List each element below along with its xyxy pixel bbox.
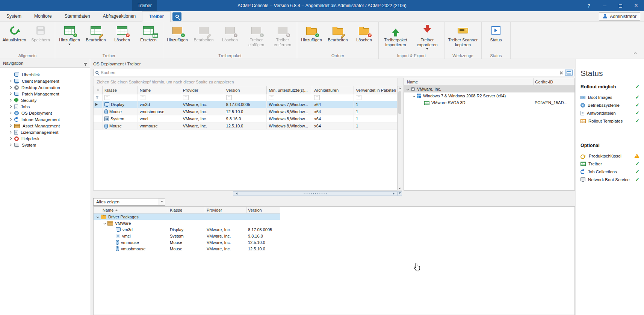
minimize-button[interactable] xyxy=(597,0,612,11)
tab-system[interactable]: System xyxy=(0,11,28,22)
expand-icon[interactable] xyxy=(9,131,12,133)
column-chooser-button[interactable] xyxy=(565,70,573,76)
treiber-exportieren-button[interactable]: Treiber exportieren xyxy=(411,23,443,51)
pinned-document-tab[interactable]: Treiber xyxy=(132,0,157,11)
close-button[interactable]: × xyxy=(628,0,644,11)
maximize-button[interactable] xyxy=(612,0,628,11)
combo-dropdown-button[interactable] xyxy=(159,198,165,205)
scroll-left-icon[interactable] xyxy=(235,192,237,195)
column-header-geraete-id[interactable]: Geräte-ID xyxy=(533,78,574,85)
administrator-button[interactable]: Administrator xyxy=(599,12,640,21)
expand-icon[interactable] xyxy=(9,86,12,89)
expand-icon[interactable] xyxy=(9,92,12,95)
treiberpaket-hinzufuegen-button[interactable]: Hinzufügen xyxy=(164,23,190,42)
scroll-right-icon[interactable] xyxy=(393,192,396,195)
tree-row-vm3d[interactable]: vm3d Display VMware, Inc. 8.17.03.0005 xyxy=(94,226,574,233)
help-button[interactable]: ? xyxy=(581,0,597,11)
collapse-icon[interactable] xyxy=(97,215,99,218)
column-header-name[interactable]: Name xyxy=(94,207,168,214)
filter-operator[interactable]: = xyxy=(314,95,320,100)
column-header-klasse[interactable]: Klasse xyxy=(103,86,138,94)
tree-row-vmware-inc[interactable]: VMware, Inc. xyxy=(404,86,574,92)
tree-row-windows-7[interactable]: Windows 7 & Windows 2008 R2 Server (x64) xyxy=(404,92,574,99)
column-header-version[interactable]: Version xyxy=(246,207,280,214)
filter-operator[interactable]: = xyxy=(356,95,361,100)
sidebar-item-patch-management[interactable]: Patch Management xyxy=(0,91,90,97)
treiber-bearbeiten-button[interactable]: Bearbeiten xyxy=(83,23,109,42)
column-header-provider[interactable]: Provider xyxy=(205,207,246,214)
tree-row-vmci[interactable]: vmci System VMware, Inc. 9.8.16.0 xyxy=(94,233,574,239)
tree-row-vmmouse[interactable]: vmmouse Mouse VMware, Inc. 12.5.10.0 xyxy=(94,239,574,245)
sidebar-item-os-deployment[interactable]: OS Deployment xyxy=(0,110,90,116)
sidebar-item-ueberblick[interactable]: Überblick xyxy=(0,71,90,78)
collapse-icon[interactable] xyxy=(407,88,409,90)
tree-row-vmusbmouse[interactable]: vmusbmouse Mouse VMware, Inc. 12.5.10.0 xyxy=(94,245,574,252)
ordner-hinzufuegen-button[interactable]: Hinzufügen xyxy=(298,23,325,42)
ordner-loeschen-button[interactable]: Löschen xyxy=(351,23,377,42)
tree-row-driver-packages[interactable]: Driver Packages xyxy=(94,214,574,220)
splitter-grip[interactable] xyxy=(303,193,327,195)
column-header-klasse[interactable]: Klasse xyxy=(168,207,205,214)
treiber-loeschen-button[interactable]: Löschen xyxy=(109,23,135,42)
status-button[interactable]: Status xyxy=(483,23,509,42)
status-item-boot-images[interactable]: Boot Images ✓ xyxy=(581,93,639,101)
expand-icon[interactable] xyxy=(9,144,12,146)
expand-icon[interactable] xyxy=(9,118,12,121)
expand-icon[interactable] xyxy=(9,137,12,140)
tree-row-vmware[interactable]: VMWare xyxy=(94,220,574,226)
tree-row-vmware-svga[interactable]: VMware SVGA 3D PCI\VEN_15AD... xyxy=(404,99,574,106)
table-row-vmci[interactable]: System vmci VMware, Inc. 9.8.16.0 Window… xyxy=(94,115,397,123)
treiber-scanner-kopieren-button[interactable]: Treiber Scanner kopieren xyxy=(446,23,480,47)
ordner-bearbeiten-button[interactable]: Bearbeiten xyxy=(325,23,351,42)
sidebar-item-client-management[interactable]: Client Management xyxy=(0,78,90,84)
table-row-vm3d[interactable]: Display vm3d VMware, Inc. 8.17.03.0005 W… xyxy=(94,101,397,108)
expand-icon[interactable] xyxy=(9,80,12,82)
sidebar-item-jobs[interactable]: Jobs xyxy=(0,103,90,110)
vertical-scrollbar[interactable] xyxy=(398,86,402,191)
status-item-treiber[interactable]: Treiber ✓ xyxy=(581,160,639,168)
table-row-vmusbmouse[interactable]: Mouse vmusbmouse VMware, Inc. 12.5.10.0 … xyxy=(94,108,397,115)
filter-operator[interactable]: = xyxy=(104,95,110,100)
table-row-vmmouse[interactable]: Mouse vmmouse VMware, Inc. 12.5.10.0 Win… xyxy=(94,123,397,130)
sidebar-item-security[interactable]: Security xyxy=(0,97,90,103)
column-header-version[interactable]: Version xyxy=(224,86,267,94)
scrollbar-thumb[interactable] xyxy=(398,91,401,114)
expand-icon[interactable] xyxy=(9,105,12,108)
sidebar-item-lizenzmanagement[interactable]: Lizenzmanagement xyxy=(0,129,90,135)
column-header-provider[interactable]: Provider xyxy=(181,86,224,94)
sidebar-item-desktop-automation[interactable]: Desktop Automation xyxy=(0,84,90,91)
status-item-rollout-templates[interactable]: Rollout Templates ✓ xyxy=(581,117,639,125)
expand-icon[interactable] xyxy=(9,112,12,114)
sidebar-item-asset-management[interactable]: Asset Management xyxy=(0,123,90,129)
tab-abfrageaktionen[interactable]: Abfrageaktionen xyxy=(97,11,142,22)
filter-operator[interactable]: = xyxy=(183,95,189,100)
sidebar-item-system[interactable]: System xyxy=(0,142,90,148)
splitter-dropdown-button[interactable] xyxy=(398,191,402,196)
filter-operator[interactable]: = xyxy=(226,95,232,100)
tab-monitore[interactable]: Monitore xyxy=(28,11,58,22)
treiber-hinzufuegen-button[interactable]: Hinzufügen xyxy=(56,23,83,46)
column-header-verwendet[interactable]: Verwendet in Paketen xyxy=(354,86,397,94)
sidebar-item-intune-management[interactable]: Intune Management xyxy=(0,116,90,123)
status-item-produktschluessel[interactable]: Produktschlüssel ! xyxy=(581,152,639,160)
filter-operator[interactable]: = xyxy=(269,95,274,100)
treiber-ersetzen-button[interactable]: Ersetzen xyxy=(135,23,162,42)
expand-icon[interactable] xyxy=(9,124,12,127)
horizontal-splitter[interactable] xyxy=(233,191,398,196)
scroll-down-button[interactable] xyxy=(398,186,402,190)
status-item-antwortdateien[interactable]: Antwortdateien ✓ xyxy=(581,109,639,117)
clear-search-icon[interactable] xyxy=(559,71,563,74)
pin-icon[interactable] xyxy=(84,63,87,64)
collapse-icon[interactable] xyxy=(413,94,415,97)
column-header-architekturen[interactable]: Architekturen xyxy=(312,86,354,94)
ribbon-search-button[interactable] xyxy=(172,12,181,21)
expand-icon[interactable] xyxy=(9,99,12,101)
search-input[interactable] xyxy=(101,70,557,75)
group-by-bar[interactable]: Ziehen Sie einen Spaltenkopf hierhin, um… xyxy=(93,78,398,86)
tab-treiber[interactable]: Treiber xyxy=(142,11,171,22)
status-item-betriebssysteme[interactable]: Betriebssysteme ✓ xyxy=(581,101,639,109)
filter-operator[interactable]: = xyxy=(140,95,145,100)
status-item-network-boot-service[interactable]: Network Boot Service ✓ xyxy=(581,176,639,183)
tab-stammdaten[interactable]: Stammdaten xyxy=(58,11,97,22)
scroll-up-button[interactable] xyxy=(398,86,402,91)
